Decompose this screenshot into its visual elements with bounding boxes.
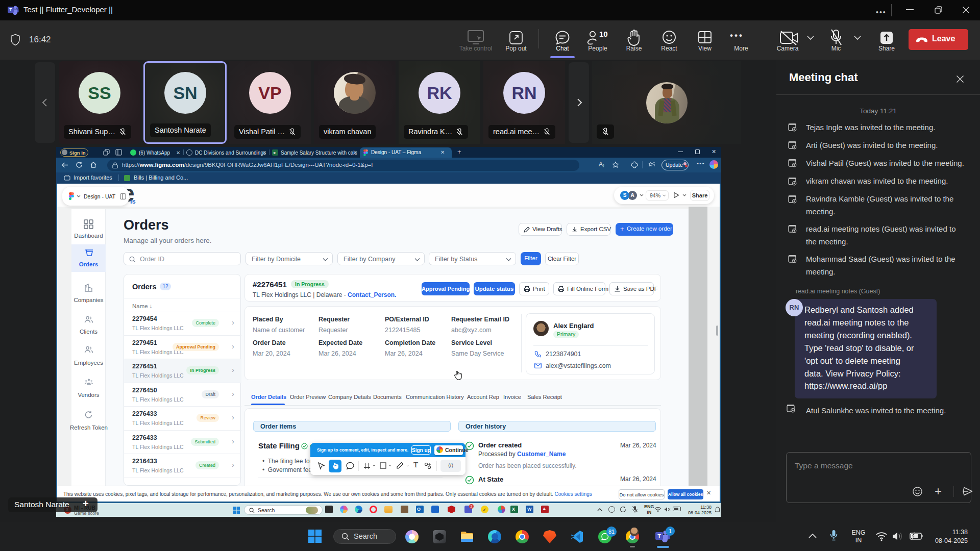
svg-text:T: T (9, 7, 12, 12)
svg-text:T: T (657, 533, 661, 539)
